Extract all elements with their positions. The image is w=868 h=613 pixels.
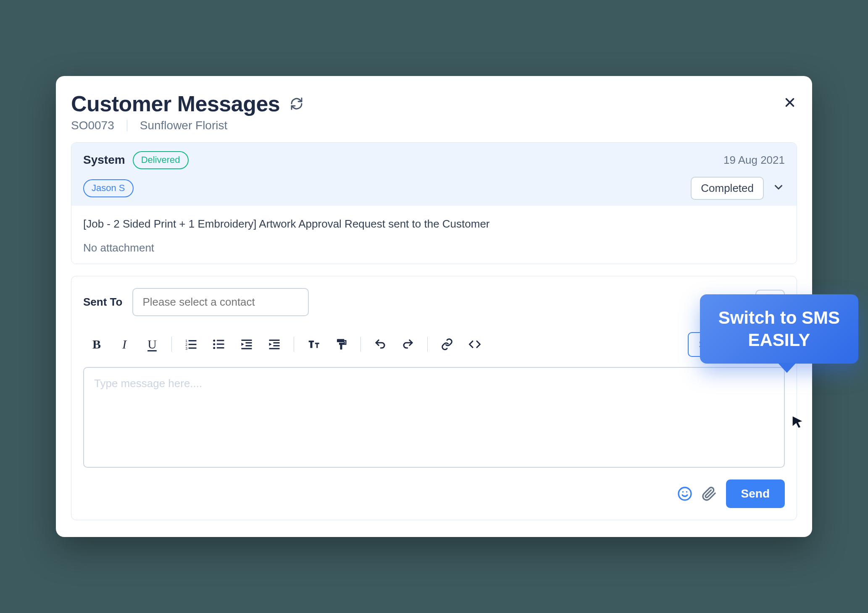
undo-icon xyxy=(374,338,387,351)
sent-to-label: Sent To xyxy=(83,296,122,309)
toolbar-divider xyxy=(171,337,172,352)
paint-roller-icon xyxy=(335,338,347,351)
underline-button[interactable]: U xyxy=(143,335,161,354)
compose-footer: Send xyxy=(83,479,785,508)
ordered-list-icon: 123 xyxy=(185,338,197,351)
svg-marker-15 xyxy=(242,343,244,346)
refresh-button[interactable] xyxy=(290,97,303,110)
italic-button[interactable]: I xyxy=(115,335,134,354)
toolbar-divider xyxy=(427,337,428,352)
unordered-list-button[interactable] xyxy=(210,335,228,354)
message-date: 19 Aug 2021 xyxy=(723,154,785,167)
callout-line-2: EASILY xyxy=(718,329,840,351)
message-row-1: System Delivered 19 Aug 2021 xyxy=(83,151,785,169)
message-text: [Job - 2 Sided Print + 1 Embroidery] Art… xyxy=(83,217,785,231)
bold-button[interactable]: B xyxy=(87,335,106,354)
customer-messages-modal: Customer Messages SO0073 Sunflower Flori… xyxy=(56,76,812,537)
callout-tooltip: Switch to SMS EASILY xyxy=(700,294,858,364)
toolbar-divider xyxy=(360,337,361,352)
outdent-button[interactable] xyxy=(237,335,256,354)
unordered-list-icon xyxy=(213,338,225,351)
outdent-icon xyxy=(240,338,253,351)
editor-placeholder: Type message here.... xyxy=(94,377,202,390)
recipient-badge[interactable]: Jason S xyxy=(83,179,134,197)
ordered-list-button[interactable]: 123 xyxy=(182,335,200,354)
refresh-icon xyxy=(290,97,303,110)
order-id: SO0073 xyxy=(71,119,114,132)
indent-button[interactable] xyxy=(265,335,284,354)
svg-marker-20 xyxy=(269,343,272,346)
svg-rect-23 xyxy=(269,348,280,349)
message-editor[interactable]: Type message here.... xyxy=(83,367,785,468)
contact-select[interactable] xyxy=(132,288,309,316)
status-select[interactable]: Completed xyxy=(691,177,764,200)
svg-rect-18 xyxy=(242,348,252,349)
svg-rect-19 xyxy=(269,340,280,341)
svg-rect-14 xyxy=(242,340,252,341)
link-icon xyxy=(441,338,453,351)
svg-text:3: 3 xyxy=(185,346,187,351)
svg-rect-24 xyxy=(337,339,345,343)
message-left: System Delivered xyxy=(83,151,189,169)
svg-point-10 xyxy=(213,343,215,346)
svg-rect-17 xyxy=(246,345,252,346)
emoji-button[interactable] xyxy=(677,486,692,501)
svg-point-8 xyxy=(213,340,215,342)
delivery-status-badge: Delivered xyxy=(133,151,189,169)
svg-rect-25 xyxy=(340,346,342,350)
close-button[interactable] xyxy=(783,95,797,112)
svg-rect-13 xyxy=(217,347,224,348)
svg-rect-3 xyxy=(189,340,197,341)
svg-point-26 xyxy=(679,487,691,500)
compose-panel: Sent To M B I U 123 xyxy=(71,276,797,520)
font-size-icon xyxy=(307,338,320,351)
sub-header: SO0073 Sunflower Florist xyxy=(71,119,797,132)
message-row-2: Jason S Completed xyxy=(83,177,785,200)
chevron-down-icon[interactable] xyxy=(772,181,785,195)
indent-icon xyxy=(268,338,281,351)
toolbar-divider xyxy=(294,337,294,352)
callout-line-1: Switch to SMS xyxy=(718,307,840,329)
svg-rect-9 xyxy=(217,340,224,341)
header-left: Customer Messages xyxy=(71,91,303,116)
message-card: System Delivered 19 Aug 2021 Jason S Com… xyxy=(71,142,797,264)
code-icon xyxy=(468,338,481,351)
message-header: System Delivered 19 Aug 2021 Jason S Com… xyxy=(71,143,797,206)
code-button[interactable] xyxy=(466,335,484,354)
status-group: Completed xyxy=(691,177,785,200)
compose-header: Sent To M xyxy=(83,288,785,316)
font-size-button[interactable] xyxy=(304,335,323,354)
modal-header: Customer Messages xyxy=(71,91,797,116)
redo-button[interactable] xyxy=(399,335,417,354)
message-source: System xyxy=(83,153,125,167)
svg-point-12 xyxy=(213,347,215,349)
svg-rect-21 xyxy=(274,342,280,343)
link-button[interactable] xyxy=(438,335,456,354)
send-button[interactable]: Send xyxy=(726,479,785,508)
message-attachment: No attachment xyxy=(83,241,785,254)
svg-rect-16 xyxy=(246,342,252,343)
svg-rect-7 xyxy=(189,348,197,349)
divider xyxy=(127,120,127,131)
attachment-button[interactable] xyxy=(702,486,717,501)
paperclip-icon xyxy=(702,486,717,501)
svg-rect-11 xyxy=(217,344,224,345)
redo-icon xyxy=(402,338,414,351)
page-title: Customer Messages xyxy=(71,91,280,116)
format-paint-button[interactable] xyxy=(332,335,350,354)
undo-button[interactable] xyxy=(371,335,389,354)
editor-toolbar: B I U 123 xyxy=(83,326,785,363)
svg-rect-22 xyxy=(274,345,280,346)
customer-name: Sunflower Florist xyxy=(140,119,228,132)
message-body: [Job - 2 Sided Print + 1 Embroidery] Art… xyxy=(71,206,797,264)
compose-left: Sent To xyxy=(83,288,309,316)
close-icon xyxy=(783,95,797,110)
smile-icon xyxy=(677,486,692,501)
svg-rect-5 xyxy=(189,344,197,345)
